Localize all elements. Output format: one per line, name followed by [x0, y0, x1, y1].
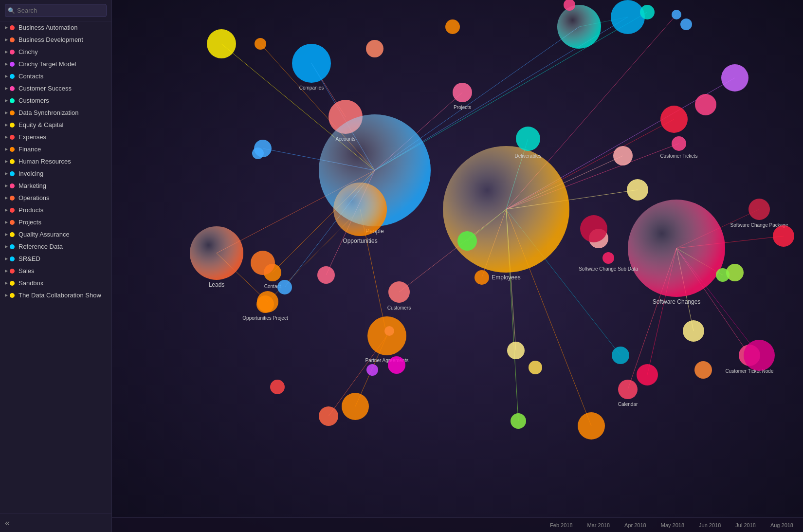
sidebar-item-projects[interactable]: ▶ Projects — [0, 216, 111, 228]
node-node-crimson-right-mid[interactable] — [580, 215, 607, 242]
node-node-yellow-bottom-right[interactable] — [683, 320, 704, 342]
node-node-orange-top[interactable] — [445, 19, 460, 34]
node-deliverables[interactable]: Deliverables — [514, 127, 541, 159]
network-graph[interactable]: CompaniesAccountsPeopleOpportunitiesLead… — [112, 0, 803, 532]
node-circle-partner-agreements — [367, 316, 406, 355]
sidebar-item-operations[interactable]: ▶ Operations — [0, 192, 111, 204]
sidebar-item-equity-capital[interactable]: ▶ Equity & Capital — [0, 119, 111, 131]
node-label-employees: Employees — [492, 274, 520, 281]
sidebar-item-reference-data[interactable]: ▶ Reference Data — [0, 240, 111, 253]
node-node-blue-top-right[interactable] — [611, 0, 645, 34]
sidebar-item-data-collaboration-show[interactable]: ▶ The Data Collaboration Show — [0, 289, 111, 301]
node-node-teal-top-right2[interactable] — [640, 5, 655, 19]
category-dot — [10, 281, 15, 286]
node-node-small-red-low[interactable] — [319, 406, 338, 426]
node-node-orange-low3[interactable] — [342, 393, 369, 420]
node-node-orange-top2[interactable] — [255, 38, 266, 50]
timeline-label: Jun 2018 — [699, 522, 721, 528]
node-node-pink-right2[interactable] — [695, 94, 716, 115]
node-node-teal-large[interactable] — [557, 5, 601, 49]
sidebar-item-cinchy[interactable]: ▶ Cinchy — [0, 46, 111, 58]
expand-arrow: ▶ — [5, 62, 8, 66]
node-node-small-blue-top-far[interactable] — [680, 18, 692, 30]
sidebar-collapse-button[interactable]: « — [0, 514, 111, 532]
node-node-orange-far-right-low[interactable] — [578, 412, 605, 440]
node-circle-node-yellow-low-right — [507, 342, 525, 359]
node-circle-software-changes — [628, 200, 725, 297]
node-node-orange-low-left[interactable] — [251, 251, 275, 275]
node-circle-node-blue-small-low — [277, 280, 292, 294]
node-circle-companies — [292, 44, 331, 83]
node-node-yellow-low-right2[interactable] — [529, 361, 542, 374]
sidebar-item-business-development[interactable]: ▶ Business Development — [0, 34, 111, 46]
node-circle-node-teal-low — [612, 347, 629, 364]
timeline-label: May 2018 — [661, 522, 684, 528]
sidebar-item-cinchy-target-model[interactable]: ▶ Cinchy Target Model — [0, 58, 111, 70]
sidebar-item-sales[interactable]: ▶ Sales — [0, 265, 111, 277]
sidebar-item-products[interactable]: ▶ Products — [0, 204, 111, 216]
node-node-magenta-bottom-right[interactable] — [744, 340, 775, 371]
node-node-small-purple-low[interactable] — [366, 364, 378, 376]
sidebar-item-label: Cinchy Target Model — [18, 60, 76, 68]
node-node-peach-right[interactable] — [613, 146, 633, 165]
sidebar-item-expenses[interactable]: ▶ Expenses — [0, 131, 111, 143]
expand-arrow: ▶ — [5, 135, 8, 139]
node-node-orange-center-low[interactable] — [474, 270, 489, 285]
sidebar-item-contacts[interactable]: ▶ Contacts — [0, 70, 111, 82]
sidebar-item-data-synchronization[interactable]: ▶ Data Synchronization — [0, 107, 111, 119]
node-node-green-center[interactable] — [457, 231, 477, 251]
node-customers-node[interactable]: Customers — [387, 281, 411, 311]
node-node-blue-small-low[interactable] — [277, 280, 292, 294]
sidebar-item-quality-assurance[interactable]: ▶ Quality Assurance — [0, 228, 111, 240]
sidebar-item-business-automation[interactable]: ▶ Business Automation — [0, 21, 111, 34]
node-node-yellow-right[interactable] — [627, 179, 648, 201]
node-node-crimson-low[interactable] — [637, 364, 658, 385]
sidebar-item-label: Reference Data — [18, 243, 63, 250]
node-node-blue-top-far2[interactable] — [672, 10, 681, 19]
expand-arrow: ▶ — [5, 74, 8, 78]
node-circle-node-crimson-low — [637, 364, 658, 385]
sidebar-item-sandbox[interactable]: ▶ Sandbox — [0, 277, 111, 289]
node-circle-customer-tickets — [672, 136, 686, 151]
timeline-label: Aug 2018 — [770, 522, 793, 528]
node-node-salmon-top[interactable] — [366, 40, 383, 57]
sidebar-item-human-resources[interactable]: ▶ Human Resources — [0, 155, 111, 167]
sidebar-item-customers[interactable]: ▶ Customers — [0, 94, 111, 107]
node-node-yellow-low-right[interactable] — [507, 342, 525, 359]
sidebar-item-marketing[interactable]: ▶ Marketing — [0, 180, 111, 192]
node-node-orange-low2[interactable] — [384, 326, 394, 336]
node-circle-node-orange-center-low — [474, 270, 489, 285]
node-node-magenta-low[interactable] — [388, 356, 405, 374]
sidebar-item-finance[interactable]: ▶ Finance — [0, 143, 111, 155]
node-node-yellow-topleft[interactable] — [207, 29, 236, 58]
node-circle-node-green-low-right — [511, 413, 526, 429]
node-node-purple-right[interactable] — [721, 64, 748, 92]
node-node-pink-low-left[interactable] — [317, 266, 335, 284]
node-node-red-far-right[interactable] — [773, 225, 794, 247]
category-dot — [10, 183, 15, 188]
node-performance[interactable] — [270, 380, 285, 394]
node-circle-node-magenta-low — [388, 356, 405, 374]
node-circle-node-blue-left-low — [252, 147, 264, 159]
category-dot — [10, 98, 15, 103]
node-circle-node-small-red-low — [319, 406, 338, 426]
node-circle-node-orange-far-right-low — [578, 412, 605, 440]
sidebar-item-label: Invoicing — [18, 170, 43, 177]
sidebar-item-customer-success[interactable]: ▶ Customer Success — [0, 82, 111, 94]
node-node-small-green-br[interactable] — [716, 268, 730, 282]
node-projects-node[interactable]: Projects — [453, 83, 472, 110]
search-input[interactable] — [5, 4, 107, 17]
sidebar-item-label: Customer Success — [18, 85, 72, 92]
node-node-teal-low[interactable] — [612, 347, 629, 364]
node-circle-node-purple-right — [721, 64, 748, 92]
sidebar-item-sr-ed[interactable]: ▶ SR&ED — [0, 253, 111, 265]
sidebar: 🔍 ▶ Business Automation ▶ Business Devel… — [0, 0, 112, 532]
node-node-red-right[interactable] — [660, 106, 688, 133]
node-calendar[interactable]: Calendar — [618, 380, 638, 407]
sidebar-item-label: Business Development — [18, 36, 83, 43]
node-node-orange-bottom-right2[interactable] — [694, 361, 712, 379]
node-node-green-low-right[interactable] — [511, 413, 526, 429]
node-node-blue-left-low[interactable] — [252, 147, 264, 159]
main-content: CompaniesAccountsPeopleOpportunitiesLead… — [112, 0, 803, 532]
sidebar-item-invoicing[interactable]: ▶ Invoicing — [0, 167, 111, 180]
